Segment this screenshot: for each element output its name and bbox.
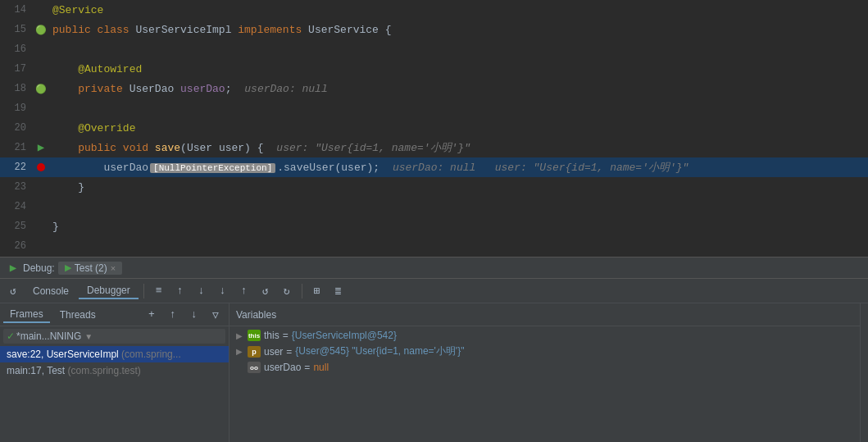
- field-18: userDao: [180, 83, 225, 95]
- brace-close-25: }: [52, 221, 59, 233]
- code-line-23: 23 }: [0, 177, 868, 197]
- watch-button[interactable]: ⊞: [307, 282, 327, 300]
- var-name-this: this: [264, 330, 279, 341]
- line-content-14: @Service: [49, 4, 868, 16]
- line-content-20: @Override: [49, 122, 868, 134]
- line-number-14: 14: [0, 4, 33, 16]
- thread-check-icon: ✓: [7, 330, 15, 342]
- type-user-21: User: [187, 142, 219, 154]
- variable-list: ▶ this this = {UserServiceImpl@542} ▶ p …: [229, 326, 860, 442]
- thread-selector[interactable]: ✓ *main...NNING ▼: [3, 329, 225, 344]
- method-call-22: .saveUser(user);: [277, 162, 379, 174]
- parens-21: (: [180, 142, 187, 154]
- debug-label: Debug:: [23, 262, 55, 274]
- var-icon-this: this: [248, 330, 261, 341]
- debug-bar: ▶ Debug: ▶ Test (2) ×: [0, 257, 868, 278]
- type-18: UserDao: [130, 83, 180, 95]
- var-name-user: user: [264, 346, 283, 358]
- line-markers-18: 🟢: [33, 84, 49, 94]
- line-number-17: 17: [0, 63, 33, 75]
- code-line-22: 22 userDao[NullPointerException].saveUse…: [0, 157, 868, 177]
- tab-console[interactable]: Console: [25, 284, 77, 298]
- code-line-14: 14 @Service: [0, 0, 868, 20]
- line-content-18: private UserDao userDao; userDao: null: [49, 83, 868, 95]
- line-markers-15: 🟢: [33, 25, 49, 35]
- tab-threads[interactable]: Threads: [53, 308, 102, 322]
- line-content-23: }: [49, 181, 868, 194]
- var-value-this: {UserServiceImpl@542}: [292, 330, 397, 341]
- variable-item-userdao[interactable]: ▶ oo userDao = null: [229, 360, 860, 375]
- debugger-panel: ↺ Console Debugger ≡ ↑ ↓ ↓ ↑ ↺ ↻ ⊞ ≣ Fra…: [0, 278, 868, 442]
- run-to-cursor-button[interactable]: ↺: [256, 282, 275, 300]
- code-line-16: 16: [0, 39, 868, 59]
- close-paren-21: ) {: [244, 142, 263, 154]
- var-value-userdao: null: [313, 362, 329, 373]
- code-line-24: 24: [0, 197, 868, 216]
- debug-tab-close[interactable]: ×: [111, 263, 116, 273]
- line-content-21: public void save(User user) { user: "Use…: [49, 140, 868, 155]
- frames-filter-button[interactable]: ▽: [206, 306, 225, 324]
- code-line-17: 17 @Autowired: [0, 59, 868, 79]
- frame-item-0[interactable]: save:22, UserServiceImpl (com.spring...: [0, 346, 229, 362]
- brace-close-23: }: [78, 181, 84, 194]
- kw-private-18: private: [78, 83, 129, 95]
- line-number-23: 23: [0, 181, 33, 193]
- breakpoint-dot-22[interactable]: [37, 163, 45, 171]
- var-eq-user: =: [286, 346, 292, 358]
- var-icon-userdao: oo: [248, 362, 261, 373]
- frames-up-button[interactable]: ↑: [163, 306, 183, 324]
- line-number-22: 22: [0, 162, 33, 173]
- frame-item-1[interactable]: main:17, Test (com.spring.test): [0, 362, 229, 379]
- frames-down-button[interactable]: ↓: [184, 306, 204, 324]
- tab-frames[interactable]: Frames: [3, 307, 50, 323]
- null-pointer-badge: [NullPointerException]: [150, 163, 275, 173]
- step-out-button[interactable]: ↓: [213, 282, 233, 300]
- annotation-service: @Service: [52, 4, 103, 16]
- var-icon-user: p: [248, 346, 261, 358]
- frame-method-1: main:17, Test: [7, 365, 65, 376]
- step-over-button[interactable]: ↑: [170, 282, 190, 300]
- code-line-21: 21 ▶ public void save(User user) { user:…: [0, 138, 868, 157]
- var-value-user: {User@545} "User{id=1, name='小明'}": [295, 344, 464, 358]
- code-line-18: 18 🟢 private UserDao userDao; userDao: n…: [0, 79, 868, 98]
- frames-toolbar: Frames Threads + ↑ ↓ ▽: [0, 303, 229, 326]
- var-eq-userdao: =: [304, 362, 310, 373]
- frame-method-0: save:22, UserServiceImpl: [7, 349, 119, 360]
- tab-run-icon: ▶: [65, 262, 71, 273]
- line-number-26: 26: [0, 240, 33, 252]
- debug-tab-label: Test (2): [75, 262, 107, 274]
- interface-15: UserService: [308, 24, 385, 36]
- frame-class-0: (com.spring...: [121, 349, 181, 360]
- variable-item-this[interactable]: ▶ this this = {UserServiceImpl@542}: [229, 328, 860, 343]
- frames-add-button[interactable]: +: [142, 306, 161, 324]
- thread-label: *main...NNING: [16, 330, 81, 342]
- var-expand-this[interactable]: ▶: [236, 331, 248, 340]
- variable-item-user[interactable]: ▶ p user = {User@545} "User{id=1, name='…: [229, 343, 860, 360]
- step-back-button[interactable]: ↑: [234, 282, 254, 300]
- debug-tab[interactable]: ▶ Test (2) ×: [58, 262, 122, 275]
- var-expand-userdao: ▶: [236, 363, 248, 372]
- kw-void-21: void: [123, 142, 155, 154]
- evaluate-button[interactable]: ↻: [277, 282, 297, 300]
- kw-implements-15: implements: [238, 24, 308, 36]
- param-user-21: user: [219, 142, 244, 154]
- line-markers-22: [33, 163, 49, 171]
- kw-class-15: class: [98, 24, 136, 36]
- kw-public-15: public: [52, 24, 98, 36]
- restore-layout-button[interactable]: ≣: [329, 282, 348, 300]
- debug-run-icon: ▶: [7, 262, 20, 275]
- frames-button[interactable]: ≡: [149, 282, 169, 300]
- var-expand-user[interactable]: ▶: [236, 347, 248, 356]
- restart-button[interactable]: ↺: [3, 282, 23, 300]
- frame-class-1: (com.spring.test): [68, 365, 141, 376]
- line-number-24: 24: [0, 201, 33, 212]
- code-line-20: 20 @Override: [0, 118, 868, 138]
- line-number-19: 19: [0, 103, 33, 114]
- line-content-15: public class UserServiceImpl implements …: [49, 24, 868, 36]
- userdao-ref-22: userDao: [103, 162, 148, 174]
- debug-hint-18: userDao: null: [244, 83, 327, 95]
- tab-debugger[interactable]: Debugger: [79, 283, 139, 299]
- thread-dropdown-icon: ▼: [84, 332, 93, 341]
- step-into-button[interactable]: ↓: [192, 282, 211, 300]
- code-lines: 14 @Service 15 🟢 public class UserServic…: [0, 0, 868, 256]
